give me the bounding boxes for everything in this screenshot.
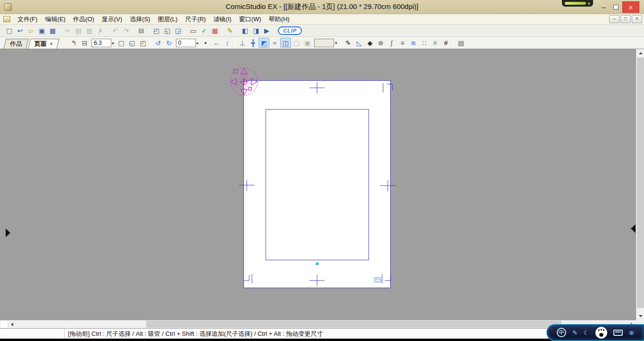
hatching-button[interactable]: ≋	[408, 38, 419, 48]
zoom-field[interactable]: 6.3▸	[92, 39, 115, 47]
print-size-button[interactable]: ◰	[138, 38, 149, 48]
menu-view[interactable]: 显示(V)	[98, 14, 126, 25]
menu-help[interactable]: 帮助(H)	[265, 14, 293, 25]
scroll-up-button[interactable]	[636, 49, 644, 57]
grid-dark-button[interactable]: #	[441, 38, 452, 48]
paste-button[interactable]: ▥	[84, 26, 95, 35]
menu-select[interactable]: 选择(S)	[126, 14, 154, 25]
menu-story[interactable]: 作品(O)	[69, 14, 98, 25]
menu-file[interactable]: 文件(F)	[14, 14, 42, 25]
ime-keyboard-icon[interactable]	[613, 330, 623, 336]
parallel-lines-button[interactable]: ≡	[397, 38, 408, 48]
ruler-preset-dropdown-value[interactable]	[314, 39, 334, 47]
tab-page-close-button[interactable]: ×	[50, 41, 53, 47]
page-setup-button[interactable]: ◰	[151, 26, 162, 35]
page-flip-button[interactable]: ↰	[68, 38, 79, 48]
ime-toolbar[interactable]: 中 ✎ ☾ ⊕	[546, 324, 644, 341]
pen-settings-button[interactable]: ✎	[225, 26, 235, 35]
canvas-area[interactable]	[0, 49, 636, 320]
document-icon	[3, 16, 10, 22]
nib-tool-button[interactable]: ◆	[365, 38, 376, 48]
zoom-field-arrow[interactable]: ▸	[112, 41, 115, 45]
feather-tool-button[interactable]: ∫	[386, 38, 397, 48]
stylus-tool-button[interactable]: ✎	[343, 38, 354, 48]
play-window-button[interactable]: ▶	[261, 26, 272, 35]
figure-tone-button[interactable]: ∷	[419, 38, 430, 48]
ime-pen-icon[interactable]: ✎	[572, 329, 577, 336]
grid-light-button[interactable]: #	[430, 38, 441, 48]
redo-button[interactable]: ↷	[121, 26, 132, 35]
mdi-minimize-button[interactable]: –	[609, 15, 619, 23]
ruler-display-button[interactable]: ⊥	[237, 38, 248, 48]
open-button[interactable]: ▱	[25, 26, 36, 35]
new-page-button[interactable]: ▢	[4, 26, 15, 35]
window-layout-b-button[interactable]: ◨	[251, 26, 261, 35]
curve-tool-button[interactable]: ≈	[269, 38, 280, 48]
snap-option-b-button[interactable]: ▣	[302, 38, 313, 48]
minimize-button[interactable]: –	[598, 1, 610, 13]
close-button[interactable]: ×	[622, 1, 639, 13]
copy-button[interactable]: ▤	[73, 26, 84, 35]
ime-settings-icon[interactable]: ⊕	[629, 329, 634, 336]
ruler-select-button[interactable]: ◩	[259, 38, 269, 48]
save-all-button[interactable]: ▦	[47, 26, 58, 35]
tab-artwork[interactable]: 作品	[3, 39, 28, 49]
cut-button[interactable]: ✂	[62, 26, 73, 35]
clip-logo-button[interactable]: CLIP	[278, 26, 302, 35]
marquee-snap-button[interactable]: ◫	[280, 38, 291, 48]
vertical-scroll-thumb[interactable]	[637, 58, 644, 308]
snap-option-a-button[interactable]: ▢	[291, 38, 302, 48]
menu-layer[interactable]: 图层(L)	[154, 14, 181, 25]
baidu-logo-icon[interactable]	[595, 327, 607, 339]
zoom-field-value[interactable]: 6.3	[92, 39, 111, 47]
pattern-tool-button[interactable]: ⊛	[376, 38, 386, 48]
scroll-left-button[interactable]	[8, 320, 16, 328]
rotation-field[interactable]: 0▸	[176, 39, 199, 47]
guides-button[interactable]: ▭	[188, 26, 199, 35]
scroll-down-button[interactable]	[636, 312, 644, 320]
ruler-preset-dropdown[interactable]: ▾	[314, 39, 337, 47]
delete-button[interactable]: ✗	[95, 26, 106, 35]
revert-page-button[interactable]: ↩	[15, 26, 25, 35]
ruler-preset-dropdown-arrow[interactable]: ▾	[335, 41, 337, 45]
ruler-handle-button[interactable]: ╋	[248, 38, 259, 48]
spread-view-button[interactable]: ◲	[173, 26, 184, 35]
menu-ruler[interactable]: 尺子(R)	[181, 14, 209, 25]
toolbar-separator	[149, 26, 149, 35]
flip-horizontal-button[interactable]: ↔	[211, 38, 222, 48]
menu-filter[interactable]: 滤镜(I)	[209, 14, 235, 25]
ime-language-button[interactable]: 中	[557, 328, 566, 337]
menu-window[interactable]: 窗口(W)	[235, 14, 265, 25]
thumbnail-button[interactable]: ⊟	[79, 38, 90, 48]
page-toolbar: 作品页面× ↰⊟6.3▸▢◱◰↺↻0▸•↔↕⊥╋◩≈◫▢▣▾✎◺◆⊛∫≡≋∷##…	[0, 37, 644, 49]
maximize-button[interactable]	[610, 1, 622, 13]
right-panel-handle[interactable]	[631, 224, 636, 233]
ime-moon-icon[interactable]: ☾	[584, 329, 589, 336]
menu-edit[interactable]: 编辑(E)	[42, 14, 69, 25]
tab-page[interactable]: 页面×	[28, 39, 59, 49]
page-view-button[interactable]: ◱	[162, 26, 173, 35]
panel-settings-button[interactable]: ▤	[456, 38, 467, 48]
rotate-ccw-button[interactable]: ↺	[153, 38, 164, 48]
rotate-cw-button[interactable]: ↻	[164, 38, 175, 48]
print-button[interactable]: ⊟	[136, 26, 147, 35]
mdi-close-button[interactable]: ×	[632, 15, 642, 23]
left-panel-handle[interactable]	[6, 229, 10, 237]
triangle-ruler-button[interactable]: ◺	[354, 38, 365, 48]
color-grid-button[interactable]: ▦	[209, 26, 220, 35]
zoom-actual-button[interactable]: ◱	[127, 38, 138, 48]
zoom-fit-button[interactable]: ▢	[116, 38, 127, 48]
vertical-scrollbar[interactable]	[636, 49, 644, 320]
ruler-move-widget[interactable]	[225, 63, 263, 101]
rotation-field-arrow[interactable]: ▸	[197, 41, 199, 45]
window-layout-a-button[interactable]: ◧	[240, 26, 251, 35]
preview-check-button[interactable]: ✓	[199, 26, 209, 35]
save-button[interactable]: ▣	[36, 26, 47, 35]
horizontal-scrollbar[interactable]	[8, 320, 636, 328]
horizontal-scroll-thumb[interactable]	[146, 321, 561, 328]
mdi-restore-button[interactable]: □	[620, 15, 631, 23]
rotation-field-value[interactable]: 0	[176, 39, 196, 47]
reset-rotation-button[interactable]: •	[200, 38, 211, 48]
flip-vertical-button[interactable]: ↕	[222, 38, 233, 48]
undo-button[interactable]: ↶	[110, 26, 121, 35]
